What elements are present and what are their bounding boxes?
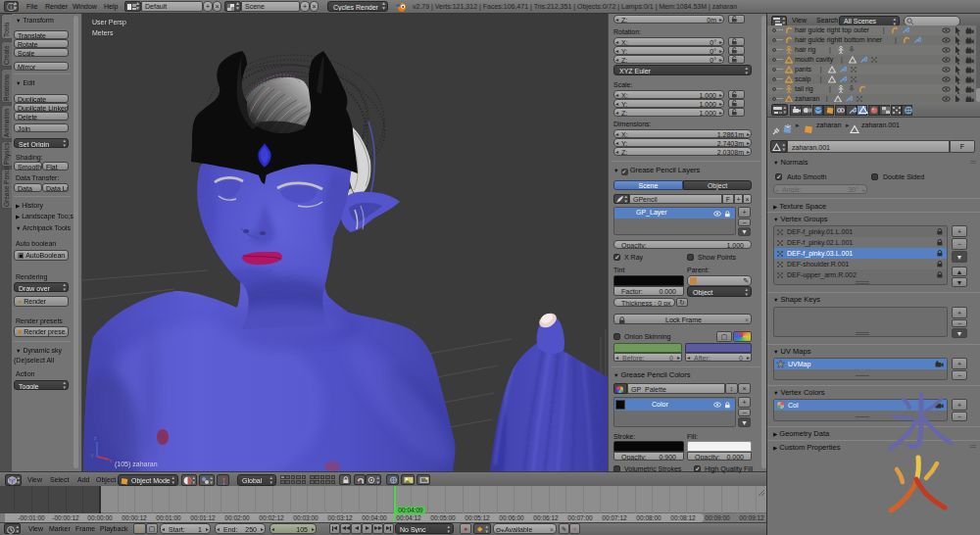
- svg-text:(105) zaharan: (105) zaharan: [115, 461, 158, 468]
- svg-text:Meters: Meters: [92, 29, 114, 36]
- svg-text:User Persp: User Persp: [92, 19, 126, 26]
